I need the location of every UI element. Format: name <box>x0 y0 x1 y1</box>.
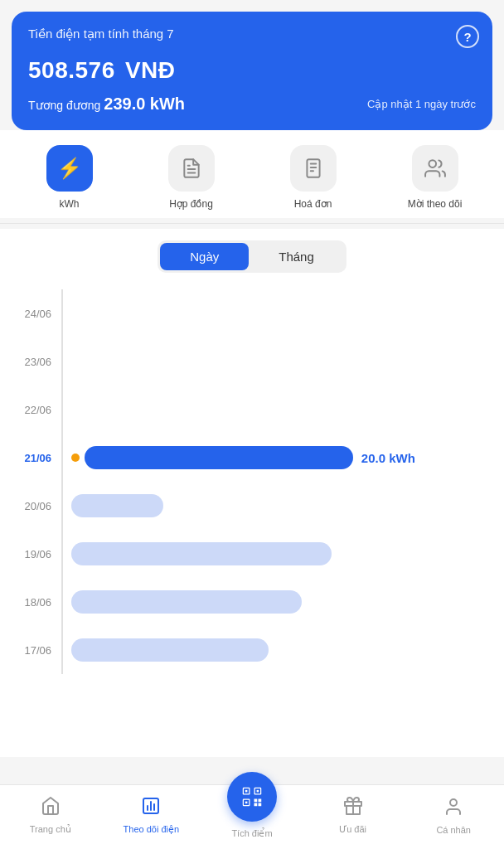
svg-point-26 <box>450 799 457 806</box>
header-subtitle: Tiền điện tạm tính tháng 7 <box>28 27 476 41</box>
svg-rect-17 <box>254 799 257 803</box>
v-line <box>61 530 63 578</box>
header-footer: Tương đương 239.0 kWh Cập nhật 1 ngày tr… <box>28 95 476 114</box>
svg-rect-19 <box>254 803 257 807</box>
moitheodoi-label: Mời theo dõi <box>408 198 463 210</box>
date-2006: 20/06 <box>13 500 61 512</box>
date-1906: 19/06 <box>13 548 61 560</box>
chart-row-1906: 19/06 <box>13 530 491 578</box>
amount-value: 508.576 <box>28 57 115 83</box>
chart-row-2206: 22/06 <box>13 386 491 434</box>
bar-container-2106: 20.0 kWh <box>71 446 491 469</box>
bar-1706 <box>71 638 269 662</box>
nav-ca-nhan-label: Cá nhân <box>436 825 471 835</box>
chart-wrapper: 24/06 23/06 22/06 21/06 <box>13 289 491 740</box>
home-icon <box>41 796 61 821</box>
tab-group: Ngày Tháng <box>158 240 346 273</box>
svg-rect-2 <box>307 159 319 177</box>
v-line <box>61 578 63 626</box>
header-amount: 508.576 VNĐ <box>28 46 476 86</box>
svg-rect-21 <box>245 790 248 793</box>
action-hoadon[interactable]: Hoá đơn <box>252 145 374 210</box>
gift-icon <box>343 796 363 821</box>
chart-row-2106: 21/06 20.0 kWh <box>13 434 491 482</box>
v-line <box>61 434 63 482</box>
v-line <box>61 337 63 386</box>
help-button[interactable]: ? <box>456 25 479 48</box>
moitheodoi-icon <box>412 145 458 192</box>
bottom-nav: Trang chủ Theo dõi điện <box>0 784 504 849</box>
action-hopdong[interactable]: Hợp đồng <box>130 145 252 210</box>
bar-value-2106: 20.0 kWh <box>361 451 415 465</box>
kwh-label-text: kWh <box>60 198 80 210</box>
kwh-value: 239.0 kWh <box>104 95 185 113</box>
nav-trang-chu[interactable]: Trang chủ <box>0 796 101 835</box>
divider-actions <box>0 223 504 224</box>
svg-point-6 <box>429 160 436 167</box>
chart-row-1806: 18/06 <box>13 578 491 626</box>
header-card: Tiền điện tạm tính tháng 7 508.576 VNĐ T… <box>12 12 492 130</box>
bar-1906 <box>71 542 332 565</box>
nav-ca-nhan[interactable]: Cá nhân <box>403 797 504 835</box>
tab-switcher: Ngày Tháng <box>0 229 504 281</box>
date-1806: 18/06 <box>13 596 61 609</box>
bar-2006 <box>71 494 163 517</box>
svg-rect-22 <box>257 790 259 793</box>
chart-row-2406: 24/06 <box>13 289 491 337</box>
tab-thang[interactable]: Tháng <box>249 243 344 270</box>
bar-container-1806 <box>71 590 491 614</box>
chart-area: 24/06 23/06 22/06 21/06 <box>0 281 504 757</box>
hopdong-label: Hợp đồng <box>169 198 213 210</box>
v-line <box>61 386 63 434</box>
bar-1806 <box>71 590 302 614</box>
bar-dot-2106 <box>71 454 80 462</box>
bar-container-1706 <box>71 638 491 662</box>
date-2206: 22/06 <box>13 404 61 416</box>
date-1706: 17/06 <box>13 644 61 657</box>
nav-tich-diem-label: Tích điểm <box>231 828 272 839</box>
user-icon <box>443 797 463 822</box>
date-2106: 21/06 <box>13 452 61 464</box>
svg-rect-18 <box>258 799 261 803</box>
hopdong-icon <box>168 145 215 192</box>
date-2406: 24/06 <box>13 308 61 320</box>
quick-actions: ⚡ kWh Hợp đồng Hoá đơn <box>0 130 504 218</box>
amount-currency: VNĐ <box>125 57 176 83</box>
kwh-equiv: Tương đương 239.0 kWh <box>28 95 185 114</box>
chart-icon <box>141 796 161 821</box>
nav-theo-doi-dien[interactable]: Theo dõi điện <box>101 796 202 835</box>
kwh-label: Tương đương <box>28 99 100 112</box>
tab-ngay[interactable]: Ngày <box>160 243 249 270</box>
nav-theo-doi-label: Theo dõi điện <box>124 824 180 835</box>
chart-row-2006: 20/06 <box>13 482 491 530</box>
v-line <box>61 482 63 530</box>
bar-container-2006 <box>71 494 491 517</box>
action-kwh[interactable]: ⚡ kWh <box>8 145 130 210</box>
nav-uu-dai-label: Ưu đãi <box>339 824 366 835</box>
kwh-icon: ⚡ <box>46 145 93 192</box>
v-line <box>61 626 63 674</box>
bar-2106 <box>85 446 353 469</box>
date-2306: 23/06 <box>13 356 61 368</box>
bar-container-1906 <box>71 542 491 565</box>
v-line <box>61 289 63 337</box>
chart-inner: 24/06 23/06 22/06 21/06 <box>13 289 491 674</box>
hoadon-label: Hoá đơn <box>294 198 332 210</box>
svg-rect-20 <box>258 803 261 807</box>
chart-row-2306: 23/06 <box>13 337 491 386</box>
nav-uu-dai[interactable]: Ưu đãi <box>303 796 404 835</box>
svg-rect-23 <box>245 802 248 804</box>
update-text: Cập nhật 1 ngày trước <box>367 98 476 110</box>
hoadon-icon <box>290 145 337 192</box>
nav-tich-diem[interactable]: Tích điểm <box>201 792 303 839</box>
nav-trang-chu-label: Trang chủ <box>30 824 71 835</box>
chart-row-1706: 17/06 <box>13 626 491 674</box>
qr-fab-button[interactable] <box>227 772 277 822</box>
action-moi-theo-doi[interactable]: Mời theo dõi <box>374 145 496 210</box>
